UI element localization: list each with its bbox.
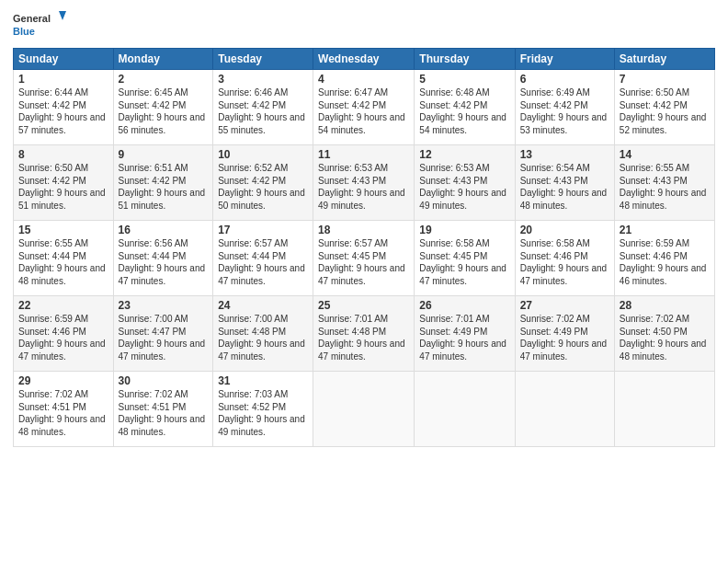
- day-info: Sunrise: 6:51 AMSunset: 4:42 PMDaylight:…: [119, 162, 209, 212]
- day-number: 31: [218, 374, 308, 387]
- svg-text:Blue: Blue: [13, 26, 35, 37]
- day-number: 18: [318, 224, 409, 236]
- day-number: 4: [318, 73, 409, 86]
- day-info: Sunrise: 6:44 AMSunset: 4:42 PMDaylight:…: [18, 86, 108, 136]
- day-number: 26: [419, 299, 509, 312]
- day-cell-30: 30Sunrise: 7:02 AMSunset: 4:51 PMDayligh…: [113, 372, 213, 447]
- day-cell-12: 12Sunrise: 6:53 AMSunset: 4:43 PMDayligh…: [415, 145, 515, 221]
- weekday-header-row: SundayMondayTuesdayWednesdayThursdayFrid…: [14, 49, 715, 70]
- day-cell-19: 19Sunrise: 6:58 AMSunset: 4:45 PMDayligh…: [415, 221, 515, 296]
- week-row-2: 8Sunrise: 6:50 AMSunset: 4:42 PMDaylight…: [14, 145, 715, 221]
- empty-cell: [515, 372, 614, 447]
- day-info: Sunrise: 6:57 AMSunset: 4:44 PMDaylight:…: [218, 237, 308, 287]
- empty-cell: [614, 372, 714, 447]
- day-number: 3: [218, 73, 308, 86]
- day-cell-28: 28Sunrise: 7:02 AMSunset: 4:50 PMDayligh…: [614, 296, 714, 372]
- day-cell-16: 16Sunrise: 6:56 AMSunset: 4:44 PMDayligh…: [113, 221, 213, 296]
- day-number: 12: [419, 148, 509, 161]
- empty-cell: [313, 372, 415, 447]
- calendar-container: General Blue SundayMondayTuesdayWednesda…: [0, 0, 728, 563]
- day-cell-2: 2Sunrise: 6:45 AMSunset: 4:42 PMDaylight…: [113, 70, 213, 145]
- day-number: 27: [520, 299, 609, 312]
- week-row-3: 15Sunrise: 6:55 AMSunset: 4:44 PMDayligh…: [14, 221, 715, 296]
- day-info: Sunrise: 7:03 AMSunset: 4:52 PMDaylight:…: [218, 388, 308, 438]
- day-number: 10: [218, 148, 308, 161]
- day-number: 13: [520, 148, 609, 161]
- day-info: Sunrise: 7:00 AMSunset: 4:47 PMDaylight:…: [119, 313, 209, 362]
- day-number: 17: [218, 224, 308, 236]
- day-number: 25: [318, 299, 409, 312]
- day-info: Sunrise: 6:55 AMSunset: 4:43 PMDaylight:…: [620, 162, 710, 212]
- day-cell-5: 5Sunrise: 6:48 AMSunset: 4:42 PMDaylight…: [415, 70, 515, 145]
- logo: General Blue: [13, 9, 68, 42]
- day-cell-8: 8Sunrise: 6:50 AMSunset: 4:42 PMDaylight…: [14, 145, 114, 221]
- day-info: Sunrise: 6:48 AMSunset: 4:42 PMDaylight:…: [419, 86, 509, 136]
- day-number: 7: [620, 73, 710, 86]
- header: General Blue: [13, 9, 715, 42]
- day-number: 30: [119, 374, 209, 387]
- day-cell-29: 29Sunrise: 7:02 AMSunset: 4:51 PMDayligh…: [14, 372, 114, 447]
- day-cell-26: 26Sunrise: 7:01 AMSunset: 4:49 PMDayligh…: [415, 296, 515, 372]
- day-cell-31: 31Sunrise: 7:03 AMSunset: 4:52 PMDayligh…: [213, 372, 313, 447]
- day-number: 2: [119, 73, 209, 86]
- day-info: Sunrise: 6:52 AMSunset: 4:42 PMDaylight:…: [218, 162, 308, 212]
- day-cell-25: 25Sunrise: 7:01 AMSunset: 4:48 PMDayligh…: [313, 296, 415, 372]
- day-info: Sunrise: 6:45 AMSunset: 4:42 PMDaylight:…: [119, 86, 209, 136]
- day-number: 19: [419, 224, 509, 236]
- day-info: Sunrise: 6:59 AMSunset: 4:46 PMDaylight:…: [620, 237, 710, 287]
- day-cell-23: 23Sunrise: 7:00 AMSunset: 4:47 PMDayligh…: [113, 296, 213, 372]
- day-info: Sunrise: 6:49 AMSunset: 4:42 PMDaylight:…: [520, 86, 609, 136]
- day-cell-24: 24Sunrise: 7:00 AMSunset: 4:48 PMDayligh…: [213, 296, 313, 372]
- weekday-header-tuesday: Tuesday: [213, 49, 313, 70]
- day-cell-1: 1Sunrise: 6:44 AMSunset: 4:42 PMDaylight…: [14, 70, 114, 145]
- day-number: 29: [18, 374, 108, 387]
- day-info: Sunrise: 6:57 AMSunset: 4:45 PMDaylight:…: [318, 237, 409, 287]
- day-cell-18: 18Sunrise: 6:57 AMSunset: 4:45 PMDayligh…: [313, 221, 415, 296]
- day-number: 15: [18, 224, 108, 236]
- day-cell-13: 13Sunrise: 6:54 AMSunset: 4:43 PMDayligh…: [515, 145, 614, 221]
- day-cell-9: 9Sunrise: 6:51 AMSunset: 4:42 PMDaylight…: [113, 145, 213, 221]
- day-number: 21: [620, 224, 710, 236]
- day-info: Sunrise: 6:56 AMSunset: 4:44 PMDaylight:…: [119, 237, 209, 287]
- weekday-header-saturday: Saturday: [614, 49, 714, 70]
- day-number: 24: [218, 299, 308, 312]
- day-cell-7: 7Sunrise: 6:50 AMSunset: 4:42 PMDaylight…: [614, 70, 714, 145]
- week-row-1: 1Sunrise: 6:44 AMSunset: 4:42 PMDaylight…: [14, 70, 715, 145]
- day-cell-6: 6Sunrise: 6:49 AMSunset: 4:42 PMDaylight…: [515, 70, 614, 145]
- week-row-4: 22Sunrise: 6:59 AMSunset: 4:46 PMDayligh…: [14, 296, 715, 372]
- day-info: Sunrise: 6:53 AMSunset: 4:43 PMDaylight:…: [419, 162, 509, 212]
- day-cell-21: 21Sunrise: 6:59 AMSunset: 4:46 PMDayligh…: [614, 221, 714, 296]
- day-number: 23: [119, 299, 209, 312]
- day-cell-11: 11Sunrise: 6:53 AMSunset: 4:43 PMDayligh…: [313, 145, 415, 221]
- svg-marker-2: [59, 11, 66, 20]
- day-info: Sunrise: 6:50 AMSunset: 4:42 PMDaylight:…: [620, 86, 710, 136]
- day-cell-4: 4Sunrise: 6:47 AMSunset: 4:42 PMDaylight…: [313, 70, 415, 145]
- week-row-5: 29Sunrise: 7:02 AMSunset: 4:51 PMDayligh…: [14, 372, 715, 447]
- day-info: Sunrise: 6:54 AMSunset: 4:43 PMDaylight:…: [520, 162, 609, 212]
- day-number: 11: [318, 148, 409, 161]
- day-number: 20: [520, 224, 609, 236]
- day-number: 28: [620, 299, 710, 312]
- day-cell-27: 27Sunrise: 7:02 AMSunset: 4:49 PMDayligh…: [515, 296, 614, 372]
- day-number: 1: [18, 73, 108, 86]
- day-info: Sunrise: 6:58 AMSunset: 4:45 PMDaylight:…: [419, 237, 509, 287]
- weekday-header-monday: Monday: [113, 49, 213, 70]
- day-info: Sunrise: 6:50 AMSunset: 4:42 PMDaylight:…: [18, 162, 108, 212]
- day-info: Sunrise: 6:59 AMSunset: 4:46 PMDaylight:…: [18, 313, 108, 362]
- day-cell-17: 17Sunrise: 6:57 AMSunset: 4:44 PMDayligh…: [213, 221, 313, 296]
- day-cell-14: 14Sunrise: 6:55 AMSunset: 4:43 PMDayligh…: [614, 145, 714, 221]
- day-info: Sunrise: 6:58 AMSunset: 4:46 PMDaylight:…: [520, 237, 609, 287]
- weekday-header-thursday: Thursday: [415, 49, 515, 70]
- calendar-table: SundayMondayTuesdayWednesdayThursdayFrid…: [13, 48, 715, 447]
- generalblue-logo: General Blue: [13, 9, 68, 42]
- empty-cell: [415, 372, 515, 447]
- day-number: 8: [18, 148, 108, 161]
- day-info: Sunrise: 7:02 AMSunset: 4:50 PMDaylight:…: [620, 313, 710, 362]
- day-number: 14: [620, 148, 710, 161]
- day-number: 5: [419, 73, 509, 86]
- day-cell-22: 22Sunrise: 6:59 AMSunset: 4:46 PMDayligh…: [14, 296, 114, 372]
- svg-text:General: General: [13, 13, 51, 24]
- day-info: Sunrise: 7:00 AMSunset: 4:48 PMDaylight:…: [218, 313, 308, 362]
- day-cell-10: 10Sunrise: 6:52 AMSunset: 4:42 PMDayligh…: [213, 145, 313, 221]
- day-cell-3: 3Sunrise: 6:46 AMSunset: 4:42 PMDaylight…: [213, 70, 313, 145]
